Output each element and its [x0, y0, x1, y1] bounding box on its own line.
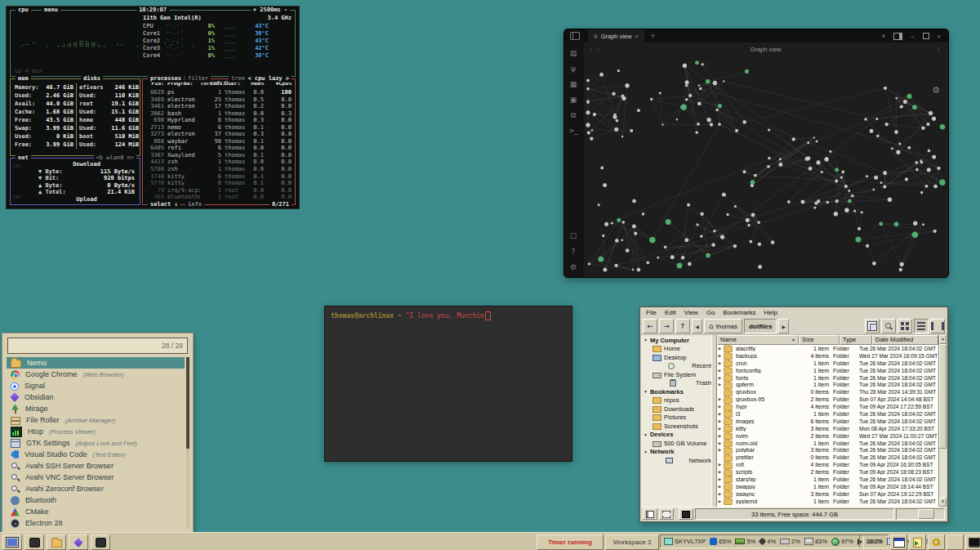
folder-window-button[interactable]: [47, 534, 66, 550]
menu-file[interactable]: File: [642, 309, 661, 316]
horizontal-scrollbar[interactable]: [896, 508, 945, 520]
file-row-nvim-old[interactable]: ▶nvim-old1 itemFolderTue 26 Mar 2024 18:…: [717, 440, 938, 447]
process-row[interactable]: 3461electron17thomas0.2⠄0.0: [145, 103, 293, 110]
process-row[interactable]: 3273electron37thomas0.3⠄0.0: [145, 131, 293, 138]
expander-icon[interactable]: ▶: [717, 376, 723, 380]
search-input[interactable]: 28 / 28: [7, 338, 188, 354]
process-row[interactable]: 469bluetoothd1root0.0⠄0.0: [145, 194, 293, 201]
kitty-window-button[interactable]: [91, 534, 110, 550]
path-scroll-right-button[interactable]: ▶: [778, 319, 789, 333]
files-icon[interactable]: ▤: [570, 49, 577, 57]
process-row[interactable]: 6405rofi6thomas0.0⠄0.0: [145, 145, 293, 152]
file-row-nvim[interactable]: ▶nvim2 itemsFolderWed 27 Mar 2024 11:00:…: [717, 432, 938, 440]
expander-icon[interactable]: ▶: [717, 470, 723, 474]
file-row-swaync[interactable]: ▶swaync3 itemsFolderSun 07 Apr 2024 19:1…: [717, 490, 938, 498]
cpu-tab[interactable]: cpu: [16, 7, 31, 14]
sidebar-item-home[interactable]: Home: [641, 345, 711, 354]
window-button[interactable]: [890, 534, 907, 550]
process-row[interactable]: 3469electron25thomas0.5⠄0.0: [145, 96, 293, 104]
expander-icon[interactable]: ▶: [717, 382, 723, 387]
back-button[interactable]: ←: [643, 319, 657, 333]
expander-icon[interactable]: ▶: [717, 412, 723, 416]
file-row-scripts[interactable]: ▶scripts2 itemsFolderTue 09 Apr 2024 18:…: [717, 468, 938, 476]
dual-pane-button[interactable]: [930, 319, 945, 333]
vault-icon[interactable]: ☐: [570, 232, 577, 240]
close-button[interactable]: ×: [938, 33, 941, 40]
sidebar-toggle-icon[interactable]: [570, 32, 580, 40]
column-date-modified[interactable]: Date Modified: [872, 335, 938, 345]
pane-splitter[interactable]: [711, 335, 717, 507]
column-type[interactable]: Type: [840, 335, 872, 345]
expander-icon[interactable]: ▶: [717, 463, 723, 467]
column-name[interactable]: Name▼: [717, 335, 799, 345]
expander-icon[interactable]: ▶: [717, 499, 723, 503]
expander-icon[interactable]: ▶: [717, 347, 723, 351]
menu-bookmarks[interactable]: Bookmarks: [719, 309, 760, 316]
show-hidden-toggle-button[interactable]: [659, 508, 674, 520]
file-row-alacritty[interactable]: ▶alacritty1 itemFolderTue 26 Mar 2024 18…: [717, 345, 938, 352]
file-row-swappy[interactable]: ▶swappy1 itemFolderTue 09 Apr 2024 18:14…: [717, 483, 938, 490]
computer-window-button[interactable]: [2, 534, 22, 550]
help-icon[interactable]: ?: [572, 248, 576, 256]
expander-icon[interactable]: ▶: [717, 492, 723, 496]
scrollbar-thumb[interactable]: [918, 509, 934, 519]
expander-icon[interactable]: ▶: [717, 419, 723, 423]
expander-icon[interactable]: ▶: [717, 427, 723, 431]
menu-go[interactable]: Go: [702, 309, 719, 316]
launcher-item-cmake[interactable]: CMake: [7, 506, 185, 517]
process-row[interactable]: 2713nemo6thomas0.1⠄0.0: [145, 124, 293, 132]
sort-mode-control[interactable]: < cpu lazy >: [245, 75, 292, 83]
sidebar-item-pictures[interactable]: Pictures: [641, 414, 711, 423]
forward-button[interactable]: →: [659, 319, 674, 333]
side-pane-toggle-button[interactable]: [643, 508, 657, 520]
launcher-item-bluetooth[interactable]: Bluetooth: [7, 494, 185, 506]
maximize-button[interactable]: [923, 33, 929, 39]
sidebar-item-downloads[interactable]: Downloads: [641, 405, 711, 414]
graph-settings-gear-icon[interactable]: ⚙: [932, 85, 940, 96]
scrollbar-thumb[interactable]: [186, 357, 189, 449]
process-row[interactable]: 3367Xwayland5thomas0.1⠄0.0: [145, 152, 293, 159]
sidebar-item-repos[interactable]: repos: [641, 396, 711, 405]
terminal-icon[interactable]: >_: [568, 127, 578, 135]
sidebar-item-screenshots[interactable]: Screenshots: [641, 422, 711, 431]
collapse-arrow-icon[interactable]: ▼: [644, 389, 648, 394]
graph-canvas-area[interactable]: ⚙: [583, 57, 948, 277]
file-row-kitty[interactable]: ▶kitty3 itemsFolderMon 08 Apr 2024 17:33…: [717, 425, 938, 432]
tab-close-icon[interactable]: ×: [635, 34, 639, 39]
refresh-interval-control[interactable]: + 2500ms -: [251, 7, 290, 14]
expander-icon[interactable]: ▶: [717, 441, 723, 445]
process-row[interactable]: 868waybar98thomas0.1⠄0.0: [145, 138, 293, 145]
more-options-icon[interactable]: ⋮: [936, 46, 942, 53]
process-row[interactable]: 1748kitty6thomas0.1⠄0.0: [145, 173, 293, 181]
sidebar-item-trash[interactable]: Trash: [641, 379, 711, 388]
calendar-icon[interactable]: ▣: [570, 96, 577, 104]
file-row-images[interactable]: ▶images6 itemsFolderTue 26 Mar 2024 18:0…: [717, 418, 938, 425]
tray-disk[interactable]: 83%: [804, 538, 827, 545]
expander-icon[interactable]: ▶: [717, 361, 723, 365]
file-row-prettier[interactable]: prettier0 itemsFolderTue 26 Mar 2024 18:…: [717, 454, 938, 461]
launcher-item-mirage[interactable]: Mirage: [7, 403, 185, 414]
path-segment-current[interactable]: dotfiles: [744, 319, 777, 333]
process-row[interactable]: 2062bash1thomas0.0⠄0.3: [145, 110, 293, 118]
launcher-item-avahi-vnc-server-browser[interactable]: Avahi VNC Server Browser: [7, 472, 185, 483]
sidebar-item-file-system[interactable]: File System: [641, 370, 711, 379]
launcher-item-htop[interactable]: Htop(Process Viewer): [7, 426, 185, 437]
scroll-down-icon[interactable]: ▼: [939, 498, 947, 507]
kitty-window-button[interactable]: [24, 534, 44, 550]
logout-button[interactable]: [909, 534, 926, 550]
expander-icon[interactable]: ▶: [717, 485, 723, 489]
select-hint[interactable]: select ↓: [148, 201, 180, 208]
column-size[interactable]: Size: [799, 335, 840, 345]
expander-icon[interactable]: ▶: [717, 397, 723, 401]
clock[interactable]: 18:29: [859, 534, 889, 548]
tab-list-chevron-icon[interactable]: ∨: [881, 33, 885, 39]
settings-icon[interactable]: ⚙: [570, 263, 577, 271]
path-scroll-left-button[interactable]: ◀: [692, 319, 702, 333]
expander-icon[interactable]: ▶: [717, 434, 723, 438]
info-hint[interactable]: info: [185, 201, 204, 208]
file-row-i3[interactable]: ▶i31 itemFolderTue 26 Mar 2024 18:04:02 …: [717, 410, 938, 418]
process-row[interactable]: 5770kitty6thomas0.1⠄0.0: [145, 180, 293, 187]
expander-icon[interactable]: ▶: [717, 369, 723, 373]
file-row-polybar[interactable]: ▶polybar3 itemsFolderTue 26 Mar 2024 18:…: [717, 446, 938, 454]
process-row[interactable]: 4413zsh1thomas0.0⠄0.0: [145, 159, 293, 166]
